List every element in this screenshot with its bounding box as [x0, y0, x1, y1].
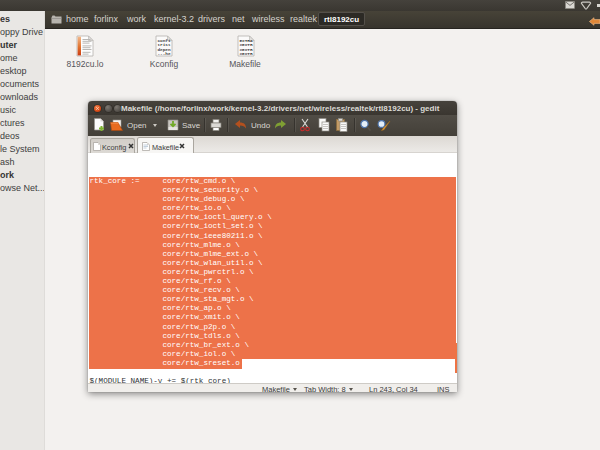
svg-text:#EXTR: #EXTR: [239, 51, 253, 56]
svg-text:---he: ---he: [157, 51, 171, 56]
